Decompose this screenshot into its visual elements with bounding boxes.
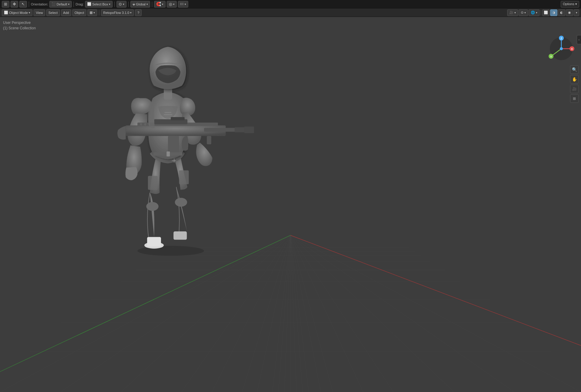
orientation-label: Orientation: — [31, 2, 48, 6]
separator-5 — [152, 2, 152, 7]
gizmo-svg: Z Y X — [548, 35, 575, 62]
svg-rect-53 — [164, 87, 172, 100]
svg-rect-47 — [171, 117, 185, 120]
retopo-chevron: ▾ — [130, 11, 132, 14]
drag-chevron: ▾ — [109, 3, 110, 6]
3d-model-area — [0, 17, 581, 392]
svg-point-34 — [144, 242, 164, 249]
options-button[interactable]: Options ▾ — [561, 1, 579, 8]
camera-view-btn[interactable]: 🎥 — [570, 85, 579, 93]
view-menu-btn[interactable]: View — [34, 9, 45, 16]
filter-icon: ▦ — [90, 11, 93, 15]
options-label: Options ▾ — [563, 2, 577, 6]
svg-rect-48 — [207, 136, 211, 144]
top-toolbar: ⊞ ✥ ↖ ⊞ Orientation: ⬛ Default ▾ Drag: ⬜… — [0, 0, 581, 8]
object-mode-label: Object Mode — [9, 11, 28, 15]
svg-rect-39 — [165, 112, 171, 113]
right-panel-collapse[interactable]: ‹ — [577, 35, 581, 44]
svg-rect-57 — [179, 170, 189, 184]
orientation-dropdown[interactable]: ⬛ Default ▾ — [49, 1, 72, 8]
separator-3 — [114, 2, 115, 7]
separator-6 — [99, 10, 99, 15]
transform-space-dropdown[interactable]: ⬙ Global ▾ — [130, 1, 150, 8]
soldier-model-svg — [70, 26, 266, 262]
svg-point-33 — [137, 246, 204, 256]
dots-icon: ⁞⁞⁞ — [180, 2, 184, 6]
viewport-cameras-icon: 🎥 — [509, 11, 514, 15]
retopo-flow-btn[interactable]: RetopoFlow 3.1.0 ▾ — [101, 9, 134, 16]
drag-value: Select Box — [92, 2, 108, 6]
drag-dropdown[interactable]: ⬜ Select Box ▾ — [85, 1, 113, 8]
svg-point-65 — [560, 47, 563, 50]
orthographic-toggle-btn[interactable]: ⊞ — [570, 94, 579, 103]
x-axis-label[interactable]: X — [571, 47, 573, 51]
collapse-arrow: ‹ — [579, 38, 579, 41]
wireframe-shading-btn[interactable]: ⬜ — [542, 9, 550, 16]
gizmo-icon: ⊙ — [521, 11, 524, 15]
gizmo-overlay-btn[interactable]: ⊙ ▾ — [519, 9, 528, 16]
svg-rect-56 — [148, 176, 158, 190]
orientation-chevron: ▾ — [68, 3, 70, 6]
snap-btn[interactable]: 🧲 ▾ — [154, 1, 166, 8]
svg-rect-41 — [126, 126, 226, 136]
proportional2-btn[interactable]: ◎ ▾ — [167, 1, 177, 8]
proportional-btn[interactable]: ⊙ ▾ — [117, 1, 126, 8]
object-mode-icon: ⬜ — [4, 11, 8, 15]
pan-tool-btn[interactable]: ✋ — [570, 75, 579, 83]
select-menu-btn[interactable]: Select — [46, 9, 60, 16]
dots-chevron: ▾ — [185, 3, 186, 6]
move-icon: ✥ — [13, 2, 16, 6]
svg-point-38 — [175, 198, 187, 207]
separator-7 — [541, 10, 541, 15]
select-mode-btn[interactable]: ↖ ⊞ — [19, 1, 27, 8]
help-btn[interactable]: ? — [135, 9, 142, 16]
svg-rect-36 — [173, 231, 187, 240]
viewport[interactable]: User Perspective (1) Scene Collection Z … — [0, 17, 581, 392]
svg-rect-54 — [153, 152, 182, 156]
solid-icon: ◑ — [552, 11, 555, 15]
navigation-gizmo[interactable]: Z Y X — [548, 35, 575, 62]
material-icon: ◐ — [560, 11, 563, 15]
select-icon: ↖ — [21, 2, 25, 6]
material-shading-btn[interactable]: ◐ — [558, 9, 565, 16]
filter-btn[interactable]: ▦ ▾ — [87, 9, 97, 16]
object-menu-btn[interactable]: Object — [72, 9, 86, 16]
editor-type-icon: ⊞ — [4, 2, 7, 6]
svg-rect-44 — [235, 127, 246, 132]
separator-1 — [29, 2, 29, 7]
z-axis-label[interactable]: Z — [560, 37, 562, 40]
filter-chevron: ▾ — [94, 11, 95, 14]
shading-dropdown-icon: ▾ — [576, 11, 577, 14]
svg-rect-50 — [144, 123, 146, 125]
viewport-display-btn[interactable]: 🌐 ▾ — [529, 9, 540, 16]
svg-rect-42 — [137, 122, 218, 126]
separator-2 — [74, 2, 74, 7]
svg-rect-40 — [164, 114, 172, 115]
editor-type-btn[interactable]: ⊞ — [2, 1, 9, 8]
svg-rect-35 — [147, 237, 161, 247]
space-icon: ⬙ — [133, 2, 135, 6]
shading-dropdown-btn[interactable]: ▾ — [574, 9, 579, 16]
viewport-overlay-btn[interactable]: 🎥 ▾ — [507, 9, 518, 16]
retopo-label: RetopoFlow 3.1.0 — [103, 11, 129, 15]
drag-icon: ⬜ — [87, 2, 91, 6]
prop2-chevron: ▾ — [173, 3, 175, 6]
space-chevron: ▾ — [146, 3, 148, 6]
y-axis-label[interactable]: Y — [550, 55, 552, 58]
proportional-icon: ⊙ — [119, 2, 122, 6]
render-shading-btn[interactable]: ◉ — [566, 9, 573, 16]
transform-mode-btn[interactable]: ✥ — [11, 1, 18, 8]
space-value: Global — [136, 2, 146, 6]
snap-icon: 🧲 — [156, 2, 161, 6]
proportional-chevron: ▾ — [123, 3, 124, 6]
zoom-tool-btn[interactable]: 🔍 — [570, 65, 579, 74]
render-icon: ◉ — [568, 11, 571, 15]
svg-point-37 — [146, 202, 158, 211]
zoom-icon: 🔍 — [572, 67, 577, 72]
add-menu-btn[interactable]: Add — [61, 9, 71, 16]
solid-shading-btn[interactable]: ◑ — [550, 9, 557, 16]
object-mode-btn[interactable]: ⬜ Object Mode ▾ — [2, 9, 32, 16]
vd-chevron: ▾ — [536, 11, 537, 14]
dots-btn[interactable]: ⁞⁞⁞ ▾ — [178, 1, 188, 8]
orientation-value: Default — [57, 2, 67, 6]
